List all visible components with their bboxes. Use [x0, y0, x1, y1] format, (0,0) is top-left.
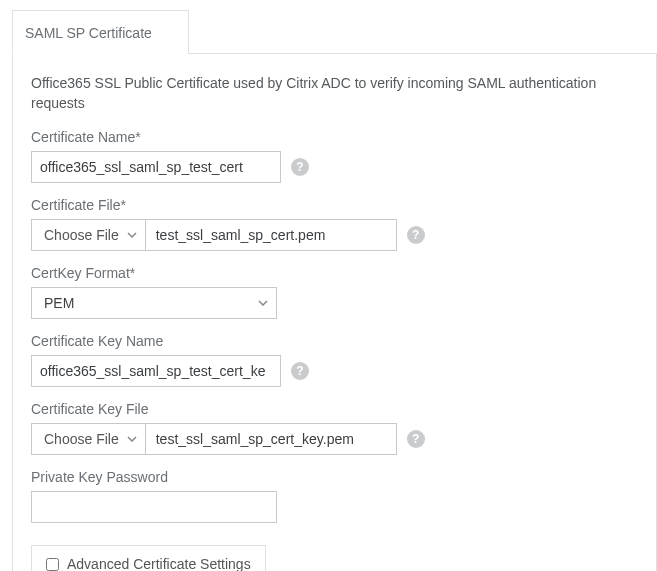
certificate-file-chooser[interactable]: Choose File test_ssl_saml_sp_cert.pem	[31, 219, 397, 251]
advanced-certificate-settings-label: Advanced Certificate Settings	[67, 556, 251, 571]
certificate-key-name-input[interactable]	[31, 355, 281, 387]
label-certkey-format: CertKey Format*	[31, 265, 638, 281]
chevron-down-icon	[127, 232, 137, 238]
tab-saml-sp-certificate[interactable]: SAML SP Certificate	[12, 10, 189, 54]
saml-sp-cert-panel: SAML SP Certificate Office365 SSL Public…	[0, 0, 657, 571]
label-certificate-key-file: Certificate Key File	[31, 401, 638, 417]
label-certificate-file: Certificate File*	[31, 197, 638, 213]
choose-file-button-label: Choose File	[44, 227, 119, 243]
advanced-certificate-settings-toggle[interactable]: Advanced Certificate Settings	[31, 545, 266, 571]
help-icon[interactable]: ?	[291, 362, 309, 380]
tab-bar: SAML SP Certificate	[12, 10, 657, 54]
help-icon[interactable]: ?	[407, 430, 425, 448]
choose-file-button[interactable]: Choose File	[32, 220, 146, 250]
label-private-key-password: Private Key Password	[31, 469, 638, 485]
chevron-down-icon	[258, 300, 268, 306]
choose-file-button[interactable]: Choose File	[32, 424, 146, 454]
help-icon[interactable]: ?	[407, 226, 425, 244]
private-key-password-input[interactable]	[31, 491, 277, 523]
field-certificate-key-file: Certificate Key File Choose File test_ss…	[31, 401, 638, 455]
certificate-key-file-chooser[interactable]: Choose File test_ssl_saml_sp_cert_key.pe…	[31, 423, 397, 455]
chevron-down-icon	[127, 436, 137, 442]
certificate-file-name: test_ssl_saml_sp_cert.pem	[146, 220, 396, 250]
advanced-certificate-settings-checkbox[interactable]	[46, 558, 59, 571]
label-certificate-name: Certificate Name*	[31, 129, 638, 145]
field-certificate-file: Certificate File* Choose File test_ssl_s…	[31, 197, 638, 251]
choose-file-button-label: Choose File	[44, 431, 119, 447]
field-certificate-key-name: Certificate Key Name ?	[31, 333, 638, 387]
tab-label: SAML SP Certificate	[25, 25, 152, 41]
certificate-name-input[interactable]	[31, 151, 281, 183]
certificate-key-file-name: test_ssl_saml_sp_cert_key.pem	[146, 424, 396, 454]
field-certificate-name: Certificate Name* ?	[31, 129, 638, 183]
help-icon[interactable]: ?	[291, 158, 309, 176]
certkey-format-value: PEM	[44, 295, 74, 311]
certkey-format-select[interactable]: PEM	[31, 287, 277, 319]
field-certkey-format: CertKey Format* PEM	[31, 265, 638, 319]
label-certificate-key-name: Certificate Key Name	[31, 333, 638, 349]
field-private-key-password: Private Key Password	[31, 469, 638, 523]
panel-description: Office365 SSL Public Certificate used by…	[31, 74, 638, 113]
form-panel: Office365 SSL Public Certificate used by…	[12, 54, 657, 571]
